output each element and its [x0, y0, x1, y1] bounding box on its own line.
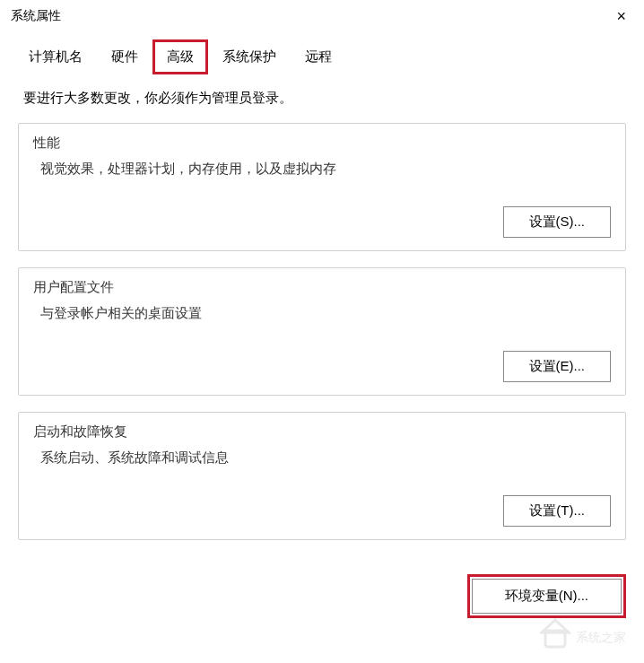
section-startup-recovery-btn-row: 设置(T)... [33, 495, 611, 527]
tab-bar: 计算机名 硬件 高级 系统保护 远程 [0, 32, 644, 75]
env-button-highlight: 环境变量(N)... [467, 574, 626, 618]
section-performance-title: 性能 [33, 135, 611, 152]
tab-system-protection[interactable]: 系统保护 [208, 39, 291, 74]
user-profiles-settings-button[interactable]: 设置(E)... [503, 351, 612, 382]
section-startup-recovery: 启动和故障恢复 系统启动、系统故障和调试信息 设置(T)... [18, 412, 626, 540]
section-user-profiles-btn-row: 设置(E)... [33, 351, 611, 382]
bottom-button-row: 环境变量(N)... [0, 571, 644, 618]
admin-instruction: 要进行大多数更改，你必须作为管理员登录。 [18, 90, 626, 107]
section-user-profiles-desc: 与登录帐户相关的桌面设置 [33, 305, 611, 322]
performance-settings-button[interactable]: 设置(S)... [503, 206, 612, 238]
titlebar: 系统属性 × [0, 0, 644, 32]
svg-text:系统之家: 系统之家 [576, 631, 626, 644]
tab-advanced[interactable]: 高级 [152, 39, 208, 74]
tab-content: 要进行大多数更改，你必须作为管理员登录。 性能 视觉效果，处理器计划，内存使用，… [0, 75, 644, 571]
svg-marker-1 [542, 620, 569, 632]
section-performance-btn-row: 设置(S)... [33, 206, 611, 238]
svg-rect-0 [545, 631, 565, 647]
close-icon[interactable]: × [609, 7, 633, 26]
watermark-icon: 系统之家 [540, 615, 639, 658]
window-title: 系统属性 [11, 8, 61, 24]
section-user-profiles: 用户配置文件 与登录帐户相关的桌面设置 设置(E)... [18, 267, 626, 396]
tab-computer-name[interactable]: 计算机名 [14, 39, 97, 74]
section-performance-desc: 视觉效果，处理器计划，内存使用，以及虚拟内存 [33, 161, 611, 178]
tab-remote[interactable]: 远程 [291, 39, 346, 74]
section-user-profiles-title: 用户配置文件 [33, 279, 611, 296]
environment-variables-button[interactable]: 环境变量(N)... [472, 579, 622, 614]
section-performance: 性能 视觉效果，处理器计划，内存使用，以及虚拟内存 设置(S)... [18, 123, 626, 251]
section-startup-recovery-desc: 系统启动、系统故障和调试信息 [33, 449, 611, 467]
section-startup-recovery-title: 启动和故障恢复 [33, 423, 611, 441]
startup-recovery-settings-button[interactable]: 设置(T)... [503, 495, 611, 527]
tab-hardware[interactable]: 硬件 [97, 39, 152, 74]
